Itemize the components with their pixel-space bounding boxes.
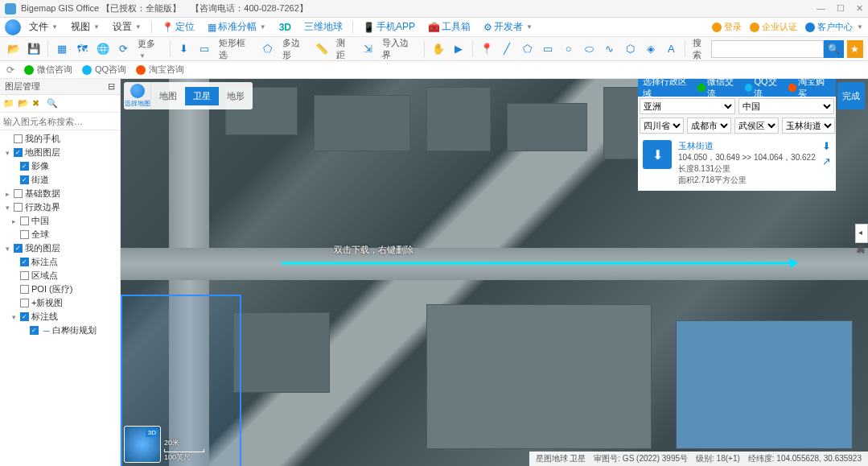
select-street[interactable]: 玉林街道 <box>782 118 835 134</box>
search-input[interactable] <box>711 40 824 58</box>
region-qq[interactable]: QQ交流 <box>745 79 784 100</box>
ellipse-icon[interactable]: ⬭ <box>581 40 598 58</box>
measure-line[interactable] <box>282 262 796 264</box>
search-tree-icon[interactable]: 🔍 <box>47 98 58 109</box>
menu-developer[interactable]: ⚙开发者▼ <box>479 19 537 35</box>
tree-node[interactable]: ▾✓我的图层 <box>0 241 120 255</box>
minimize-button[interactable]: — <box>817 3 825 14</box>
polygon-icon[interactable]: ⬠ <box>259 40 276 58</box>
globe-icon[interactable] <box>5 19 21 35</box>
line-icon[interactable]: ╱ <box>499 40 516 58</box>
tab-satellite[interactable]: 卫星 <box>185 87 219 105</box>
qq-chat[interactable]: QQ咨询 <box>82 64 126 76</box>
tree-node[interactable]: ✓影像 <box>0 159 120 173</box>
select-district[interactable]: 武侯区 <box>734 118 779 134</box>
tree-node[interactable]: ✓街道 <box>0 173 120 187</box>
folder-icon[interactable]: 📂 <box>18 98 29 109</box>
folder-add-icon[interactable]: 📁 <box>3 98 14 109</box>
tree-checkbox[interactable]: ✓ <box>20 175 29 184</box>
shape-icon[interactable]: ⬠ <box>519 40 536 58</box>
share-region-icon[interactable]: ↗ <box>822 155 831 167</box>
hand-icon[interactable]: ✋ <box>430 40 446 58</box>
tree-node[interactable]: 全球 <box>0 228 120 241</box>
save-icon[interactable]: 💾 <box>25 40 42 58</box>
basemap-picker[interactable]: 选择地图 <box>124 82 151 109</box>
tab-map[interactable]: 地图 <box>151 87 185 105</box>
tree-checkbox[interactable] <box>20 271 29 280</box>
tree-checkbox[interactable]: ✓ <box>14 148 23 157</box>
wechat-chat[interactable]: 微信咨询 <box>24 64 72 76</box>
curve-icon[interactable]: ∿ <box>601 40 618 58</box>
tree-checkbox[interactable]: ✓ <box>20 312 29 321</box>
tree-checkbox[interactable] <box>20 299 29 307</box>
download-region-icon[interactable]: ⬇ <box>822 140 831 152</box>
menu-settings[interactable]: 设置▼ <box>108 19 146 35</box>
pointer-icon[interactable]: ▶ <box>450 40 467 58</box>
rect-icon[interactable]: ▭ <box>540 40 557 58</box>
select-city[interactable]: 成都市 <box>687 118 731 134</box>
tree-node[interactable]: ▸基础数据 <box>0 187 120 200</box>
close-button[interactable]: ✕ <box>856 3 863 14</box>
menu-toolbox[interactable]: 🧰工具箱 <box>423 19 475 35</box>
circle-icon[interactable]: ○ <box>560 40 577 58</box>
delete-icon[interactable]: ✖ <box>32 98 43 109</box>
layers-icon[interactable]: 🗺 <box>73 40 90 58</box>
tree-checkbox[interactable] <box>14 134 23 143</box>
hex-icon[interactable]: ⬡ <box>622 40 639 58</box>
measure-icon[interactable]: 📏 <box>314 40 331 58</box>
refresh-icon[interactable]: ⟳ <box>114 40 131 58</box>
sidebar-search-input[interactable] <box>3 117 117 126</box>
select-country[interactable]: 中国 <box>738 98 834 114</box>
favorite-button[interactable]: ★ <box>847 40 863 58</box>
region-wechat[interactable]: 微信交流 <box>697 79 740 100</box>
tree-checkbox[interactable] <box>20 230 29 239</box>
tree-checkbox[interactable] <box>20 285 29 294</box>
tree-node[interactable]: ▾✓地图图层 <box>0 146 120 159</box>
text-icon[interactable]: A <box>662 40 679 58</box>
search-button[interactable]: 🔍 <box>824 40 843 58</box>
download-icon[interactable]: ⬇ <box>175 40 192 58</box>
menu-file[interactable]: 文件▼ <box>24 19 63 35</box>
link-enterprise[interactable]: 企业认证 <box>750 21 797 33</box>
tree-node[interactable]: 区域点 <box>0 269 120 282</box>
tree-checkbox[interactable]: ✓ <box>30 326 39 335</box>
taobao-chat[interactable]: 淘宝咨询 <box>136 64 184 76</box>
tree-checkbox[interactable] <box>14 189 23 198</box>
done-button[interactable]: 完成 <box>837 82 865 109</box>
tree-node[interactable]: +新视图 <box>0 296 120 310</box>
maximize-button[interactable]: ☐ <box>837 3 845 14</box>
tool-list-tab[interactable]: ◂ 工具列表 <box>855 224 868 243</box>
tree-node[interactable]: ▾行政边界 <box>0 200 120 214</box>
select-province[interactable]: 四川省 <box>640 118 684 134</box>
menu-earth3d[interactable]: 三维地球 <box>299 19 348 35</box>
link-service[interactable]: 客户中心▼ <box>805 21 863 33</box>
rect-select-icon[interactable]: ▭ <box>196 40 213 58</box>
globe-tool-icon[interactable]: 🌐 <box>94 40 111 58</box>
grid-icon[interactable]: ▦ <box>53 40 70 58</box>
tag-icon[interactable]: ◈ <box>642 40 659 58</box>
map-view[interactable]: 双击下载，右键删除 选择地图 地图 卫星 地形 选择行政区域 微信交流 QQ交流… <box>121 79 868 466</box>
select-continent[interactable]: 亚洲 <box>640 98 735 114</box>
menu-mobile[interactable]: 📱手机APP <box>358 19 420 35</box>
mini-3d-globe[interactable]: 3D <box>124 426 161 463</box>
tree-node[interactable]: POI (医疗) <box>0 282 120 296</box>
tree-checkbox[interactable] <box>20 217 29 225</box>
tree-checkbox[interactable]: ✓ <box>20 162 29 171</box>
import-icon[interactable]: ⇲ <box>360 40 376 58</box>
tab-terrain[interactable]: 地形 <box>219 87 253 105</box>
tree-node[interactable]: ▾✓标注线 <box>0 310 120 324</box>
tree-node[interactable]: 我的手机 <box>0 132 120 146</box>
more-dropdown[interactable]: 更多▼ <box>135 38 165 60</box>
tree-checkbox[interactable]: ✓ <box>20 258 29 266</box>
menu-3d[interactable]: 3D <box>274 20 296 35</box>
link-login[interactable]: 登录 <box>712 21 742 33</box>
tree-node[interactable]: ✓标注点 <box>0 255 120 269</box>
tree-checkbox[interactable]: ✓ <box>14 244 23 253</box>
region-taobao[interactable]: 淘宝购买 <box>788 79 831 100</box>
open-icon[interactable]: 📂 <box>5 40 22 58</box>
tree-node[interactable]: ▸中国 <box>0 214 120 228</box>
pin-icon[interactable]: 📍 <box>478 40 495 58</box>
sidebar-collapse-icon[interactable]: ⊟ <box>108 81 115 92</box>
menu-view[interactable]: 视图▼ <box>66 19 105 35</box>
menu-locate[interactable]: 📍定位 <box>157 19 200 35</box>
